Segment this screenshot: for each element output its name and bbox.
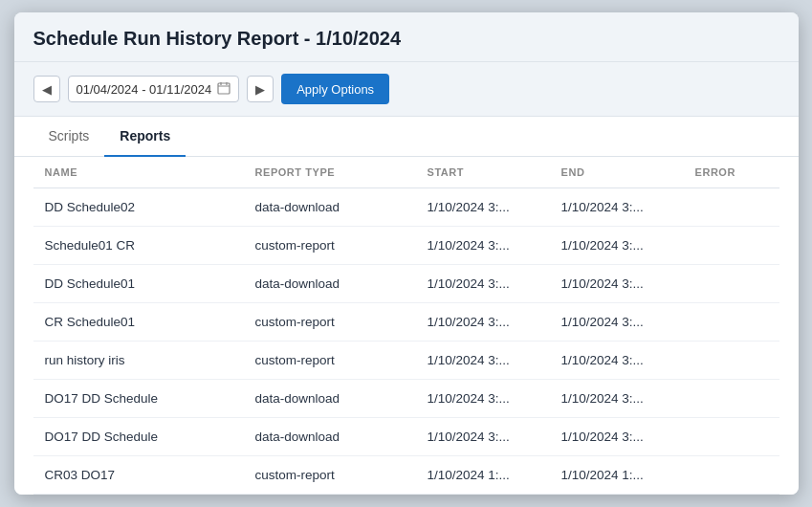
- cell-end-4: 1/10/2024 3:...: [550, 342, 684, 380]
- cell-report_type-0: data-download: [244, 188, 416, 227]
- apply-options-button[interactable]: Apply Options: [281, 74, 389, 104]
- cell-start-5: 1/10/2024 3:...: [416, 380, 550, 418]
- cell-error-2: [684, 265, 779, 303]
- cell-start-1: 1/10/2024 3:...: [416, 227, 550, 265]
- table-row[interactable]: run history iriscustom-report1/10/2024 3…: [33, 342, 779, 380]
- reports-table-container: NAME REPORT TYPE START END ERROR DD Sche…: [14, 157, 799, 495]
- table-row[interactable]: CR Schedule01custom-report1/10/2024 3:..…: [33, 303, 779, 342]
- cell-error-5: [684, 380, 779, 418]
- cell-name-4: run history iris: [33, 342, 244, 380]
- cell-start-4: 1/10/2024 3:...: [416, 342, 550, 380]
- cell-name-1: Schedule01 CR: [33, 227, 244, 265]
- table-row[interactable]: DO17 DD Scheduledata-download1/10/2024 3…: [33, 418, 779, 456]
- cell-end-7: 1/10/2024 1:...: [550, 456, 684, 495]
- table-header-row: NAME REPORT TYPE START END ERROR: [33, 157, 779, 188]
- cell-name-0: DD Schedule02: [33, 188, 244, 227]
- cell-error-1: [684, 227, 779, 265]
- cell-error-3: [684, 303, 779, 342]
- cell-name-2: DD Schedule01: [33, 265, 244, 303]
- cell-error-6: [684, 418, 779, 456]
- tabs-bar: Scripts Reports: [14, 117, 799, 157]
- cell-report_type-5: data-download: [244, 380, 416, 418]
- cell-report_type-3: custom-report: [244, 303, 416, 342]
- col-header-start: START: [416, 157, 550, 188]
- cell-report_type-4: custom-report: [244, 342, 416, 380]
- page-title: Schedule Run History Report - 1/10/2024: [33, 28, 779, 50]
- cell-report_type-2: data-download: [244, 265, 416, 303]
- prev-button[interactable]: ◀: [33, 76, 60, 102]
- tab-scripts[interactable]: Scripts: [33, 117, 105, 157]
- main-window: Schedule Run History Report - 1/10/2024 …: [14, 12, 799, 495]
- svg-rect-0: [218, 83, 230, 94]
- table-row[interactable]: DO17 DD Scheduledata-download1/10/2024 3…: [33, 380, 779, 418]
- table-row[interactable]: DD Schedule02data-download1/10/2024 3:..…: [33, 188, 779, 227]
- col-header-report-type: REPORT TYPE: [244, 157, 416, 188]
- cell-start-3: 1/10/2024 3:...: [416, 303, 550, 342]
- toolbar: ◀ 01/04/2024 - 01/11/2024 ▶ Apply Option…: [14, 62, 799, 117]
- cell-end-0: 1/10/2024 3:...: [550, 188, 684, 227]
- cell-start-2: 1/10/2024 3:...: [416, 265, 550, 303]
- cell-end-5: 1/10/2024 3:...: [550, 380, 684, 418]
- date-range-text: 01/04/2024 - 01/11/2024: [77, 82, 212, 97]
- cell-end-1: 1/10/2024 3:...: [550, 227, 684, 265]
- tab-reports[interactable]: Reports: [104, 117, 186, 157]
- table-row[interactable]: CR03 DO17custom-report1/10/2024 1:...1/1…: [33, 456, 779, 495]
- cell-report_type-7: custom-report: [244, 456, 416, 495]
- cell-end-6: 1/10/2024 3:...: [550, 418, 684, 456]
- cell-start-0: 1/10/2024 3:...: [416, 188, 550, 227]
- cell-end-3: 1/10/2024 3:...: [550, 303, 684, 342]
- cell-name-6: DO17 DD Schedule: [33, 418, 244, 456]
- cell-error-4: [684, 342, 779, 380]
- next-button[interactable]: ▶: [247, 76, 274, 102]
- cell-name-5: DO17 DD Schedule: [33, 380, 244, 418]
- cell-name-7: CR03 DO17: [33, 456, 244, 495]
- col-header-name: NAME: [33, 157, 244, 188]
- cell-start-6: 1/10/2024 3:...: [416, 418, 550, 456]
- date-range-display: 01/04/2024 - 01/11/2024: [68, 76, 240, 102]
- table-row[interactable]: Schedule01 CRcustom-report1/10/2024 3:..…: [33, 227, 779, 265]
- cell-error-7: [684, 456, 779, 495]
- col-header-error: ERROR: [684, 157, 779, 188]
- cell-name-3: CR Schedule01: [33, 303, 244, 342]
- col-header-end: END: [550, 157, 684, 188]
- cell-end-2: 1/10/2024 3:...: [550, 265, 684, 303]
- table-row[interactable]: DD Schedule01data-download1/10/2024 3:..…: [33, 265, 779, 303]
- title-bar: Schedule Run History Report - 1/10/2024: [14, 12, 799, 62]
- cell-report_type-1: custom-report: [244, 227, 416, 265]
- cell-report_type-6: data-download: [244, 418, 416, 456]
- cell-start-7: 1/10/2024 1:...: [416, 456, 550, 495]
- calendar-icon: [217, 81, 230, 98]
- cell-error-0: [684, 188, 779, 227]
- reports-table: NAME REPORT TYPE START END ERROR DD Sche…: [33, 157, 779, 495]
